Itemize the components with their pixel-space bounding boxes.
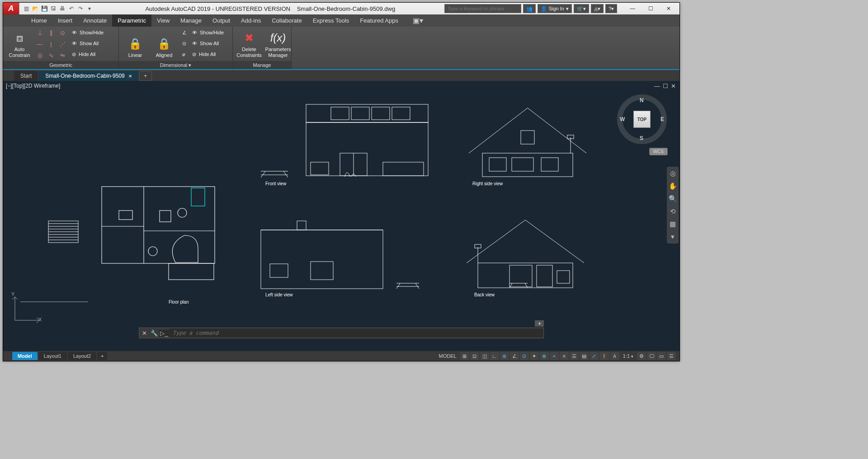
tab-output[interactable]: Output	[207, 14, 236, 27]
status-gear-icon[interactable]: ⚙	[637, 352, 646, 360]
viewport-minimize-icon[interactable]: —	[654, 83, 660, 89]
layouttab-layout2[interactable]: Layout2	[68, 352, 96, 360]
viewcube-south[interactable]: S	[640, 135, 643, 141]
status-tpy-icon[interactable]: ☰	[570, 352, 579, 360]
status-snap-icon[interactable]: ⊡	[470, 352, 479, 360]
dim-angular-icon[interactable]: ∠	[181, 28, 188, 37]
tab-addins[interactable]: Add-ins	[236, 14, 266, 27]
constraint-smooth-icon[interactable]: ∿	[46, 50, 56, 60]
linear-button[interactable]: 🔒Linear	[122, 28, 149, 60]
status-monitor-icon[interactable]: 🖵	[647, 352, 656, 360]
constraint-horizontal-icon[interactable]: —	[35, 39, 45, 49]
tab-collaborate[interactable]: Collaborate	[266, 14, 307, 27]
qat-save-icon[interactable]: 💾	[40, 5, 48, 13]
nav-zoom-icon[interactable]: 🔍	[669, 195, 677, 203]
signin-button[interactable]: 👤 Sign In ▾	[538, 4, 572, 13]
tab-insert[interactable]: Insert	[52, 14, 78, 27]
status-polar-icon[interactable]: ⊛	[500, 352, 509, 360]
status-osnap-icon[interactable]: ⊙	[520, 352, 529, 360]
status-model-label[interactable]: MODEL	[436, 353, 459, 359]
tab-home[interactable]: Home	[26, 14, 52, 27]
wcs-badge[interactable]: WCS	[649, 148, 668, 155]
dim-radius-icon[interactable]: ⊙	[181, 38, 188, 48]
filetab-current[interactable]: Small-One-Bedroom-Cabin-9509✕	[39, 71, 138, 81]
window-maximize-icon[interactable]: ☐	[642, 3, 660, 14]
viewcube-north[interactable]: N	[640, 97, 644, 103]
status-walk-icon[interactable]: 🚶	[599, 352, 609, 360]
nav-expand-icon[interactable]: ▾	[671, 233, 675, 241]
viewport-close-icon[interactable]: ✕	[671, 83, 676, 89]
aligned-button[interactable]: 🔒Aligned	[151, 28, 178, 60]
filetab-new[interactable]: +	[139, 71, 152, 81]
qat-new-icon[interactable]: ▥	[22, 5, 30, 13]
nav-pan-icon[interactable]: ✋	[669, 182, 677, 190]
nav-showmotion-icon[interactable]: ▦	[670, 220, 676, 228]
status-ann-icon[interactable]: Ａ	[610, 352, 619, 360]
status-3dosnap-icon[interactable]: ✦	[530, 352, 539, 360]
tab-manage[interactable]: Manage	[175, 14, 207, 27]
help-button[interactable]: ?▾	[605, 4, 617, 13]
viewport-maximize-icon[interactable]: ☐	[663, 83, 668, 89]
viewcube-east[interactable]: E	[660, 116, 664, 122]
panel-title-geometric[interactable]: Geometric	[3, 61, 118, 69]
connect-button[interactable]: 👥	[523, 4, 536, 13]
window-close-icon[interactable]: ✕	[660, 3, 678, 14]
dim-showall-button[interactable]: 👁Show All	[189, 38, 226, 48]
qat-plot-icon[interactable]: 🖶	[58, 5, 66, 13]
tab-parametric[interactable]: Parametric	[112, 14, 151, 27]
cmdline-history-icon[interactable]: ▴	[535, 320, 544, 327]
layouttab-layout1[interactable]: Layout1	[38, 352, 67, 360]
cmdline-config-icon[interactable]: 🔧	[149, 330, 159, 337]
dim-showhide-button[interactable]: 👁Show/Hide	[189, 28, 226, 37]
constraint-symmetric-icon[interactable]: ⇋	[57, 50, 67, 60]
status-iso-icon[interactable]: ∠	[510, 352, 519, 360]
viewcube-west[interactable]: W	[620, 116, 625, 122]
auto-constrain-button[interactable]: ⧈Auto Constrain	[6, 28, 33, 60]
drawing-canvas[interactable]: [−][Top][2D Wireframe] — ☐ ✕ TOP N S E W…	[3, 81, 679, 351]
delete-constraints-button[interactable]: ✖Delete Constraints	[236, 28, 263, 60]
status-grid-icon[interactable]: ⊞	[460, 352, 469, 360]
status-infer-icon[interactable]: ◫	[480, 352, 489, 360]
parameters-manager-button[interactable]: f(x)Parameters Manager	[264, 28, 292, 60]
filetab-start[interactable]: Start	[14, 71, 38, 81]
constraint-collinear-icon[interactable]: ⋰	[57, 39, 67, 49]
geom-hideall-button[interactable]: ⊘Hide All	[69, 49, 106, 59]
ucs-icon[interactable]: X Y	[11, 293, 47, 326]
app-logo[interactable]: A	[3, 3, 19, 14]
viewcube-face-top[interactable]: TOP	[633, 111, 651, 128]
tab-annotate[interactable]: Annotate	[78, 14, 112, 27]
qat-saveas-icon[interactable]: 🖫	[49, 5, 57, 13]
constraint-vertical-icon[interactable]: |	[46, 39, 56, 49]
status-scale[interactable]: 1:1▾	[620, 353, 636, 359]
a360-button[interactable]: ◬▾	[591, 4, 604, 13]
help-search-input[interactable]	[444, 4, 521, 13]
dim-hideall-button[interactable]: ⊘Hide All	[189, 49, 226, 59]
close-tab-icon[interactable]: ✕	[128, 74, 132, 79]
layouttab-model[interactable]: Model	[12, 352, 38, 360]
status-qp-icon[interactable]: ▤	[580, 352, 589, 360]
panel-title-dimensional[interactable]: Dimensional ▾	[119, 61, 232, 69]
status-custom-icon[interactable]: ☰	[667, 352, 676, 360]
layouttab-new[interactable]: +	[97, 352, 107, 360]
dim-diameter-icon[interactable]: ⌀	[181, 49, 188, 59]
nav-orbit-icon[interactable]: ⟲	[670, 207, 676, 215]
cmdline-close-icon[interactable]: ✕	[139, 330, 149, 337]
constraint-perpendicular-icon[interactable]: ⊥	[35, 28, 45, 37]
nav-wheel-icon[interactable]: ◎	[670, 169, 676, 178]
geom-showall-button[interactable]: 👁Show All	[69, 38, 106, 48]
qat-open-icon[interactable]: 📂	[31, 5, 39, 13]
tab-overflow-icon[interactable]: ▣▾	[413, 14, 424, 27]
tab-view[interactable]: View	[151, 14, 175, 27]
status-lwt-icon[interactable]: ≡	[560, 352, 569, 360]
window-minimize-icon[interactable]: —	[623, 3, 642, 14]
viewport-label[interactable]: [−][Top][2D Wireframe]	[6, 83, 60, 89]
tab-featuredapps[interactable]: Featured Apps	[354, 14, 404, 27]
qat-redo-icon[interactable]: ↷	[76, 5, 85, 13]
constraint-parallel-icon[interactable]: ∥	[46, 28, 56, 37]
exchange-button[interactable]: 🛒▾	[574, 4, 589, 13]
status-ortho-icon[interactable]: ∟	[490, 352, 499, 360]
status-sc-icon[interactable]: ⤢	[590, 352, 599, 360]
status-dyn-icon[interactable]: +	[550, 352, 559, 360]
constraint-concentric-icon[interactable]: ◎	[35, 50, 45, 60]
status-clean-icon[interactable]: ▭	[657, 352, 666, 360]
